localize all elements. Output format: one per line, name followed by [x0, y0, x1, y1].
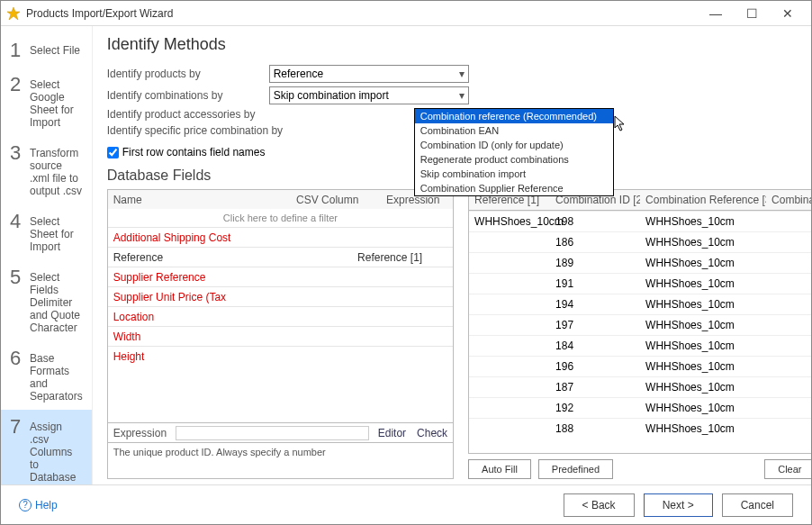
page-title: Identify Methods [107, 35, 811, 54]
field-hint: The unique product ID. Always specify a … [107, 443, 454, 479]
editor-button[interactable]: Editor [373, 427, 411, 439]
wizard-step-7[interactable]: 7Assign .csv Columns to Database Fields [1, 410, 92, 484]
database-fields-panel: Database Fields Name CSV Column Expressi… [107, 167, 454, 479]
first-row-label: First row contains field names [122, 146, 266, 158]
minimize-button[interactable]: — [698, 6, 734, 21]
identify-combinations-combo[interactable]: Skip combination import ▾ [269, 86, 469, 104]
wizard-step-3[interactable]: 3Transform source .xml file to output .c… [1, 136, 92, 204]
identify-combinations-dropdown-list[interactable]: Combination reference (Recommended)Combi… [414, 108, 614, 196]
wizard-step-5[interactable]: 5Select Fields Delimiter and Quote Chara… [1, 260, 92, 341]
db-field-row[interactable]: Supplier Unit Price (Tax [108, 286, 453, 306]
window-title: Products Import/Export Wizard [26, 7, 698, 20]
identify-specific-price-label: Identify specific price combination by [107, 124, 287, 137]
clear-button[interactable]: Clear [764, 459, 811, 479]
predefined-button[interactable]: Predefined [538, 459, 613, 479]
close-button[interactable]: ✕ [770, 6, 806, 21]
csv-data-row[interactable]: 192WHHShoes_10cm [469, 397, 811, 418]
next-button[interactable]: Next > [644, 493, 713, 517]
back-button[interactable]: < Back [564, 493, 635, 517]
check-button[interactable]: Check [411, 427, 453, 439]
cancel-button[interactable]: Cancel [722, 493, 793, 517]
wizard-step-2[interactable]: 2Select Google Sheet for Import [1, 68, 92, 136]
csv-data-row[interactable]: 189WHHShoes_10cm [469, 252, 811, 273]
chevron-down-icon: ▾ [459, 89, 465, 102]
identify-combinations-label: Identify combinations by [107, 89, 269, 102]
app-icon [6, 6, 21, 21]
db-field-row[interactable]: Additional Shipping Cost [108, 227, 453, 247]
help-icon: ? [19, 499, 32, 511]
wizard-step-6[interactable]: 6Base Formats and Separators [1, 341, 92, 410]
csv-data-row[interactable]: 184WHHShoes_10cm [469, 335, 811, 356]
help-link[interactable]: ? Help [19, 499, 58, 511]
db-field-row[interactable]: Height [108, 346, 453, 366]
wizard-steps-sidebar: 1Select File2Select Google Sheet for Imp… [1, 26, 93, 484]
csv-data-row[interactable]: 186WHHShoes_10cm [469, 231, 811, 252]
dropdown-option[interactable]: Combination Supplier Reference [415, 181, 613, 195]
maximize-button[interactable]: ☐ [734, 6, 770, 21]
wizard-step-4[interactable]: 4Select Sheet for Import [1, 204, 92, 260]
svg-marker-0 [7, 7, 20, 20]
dropdown-option[interactable]: Regenerate product combinations [415, 152, 613, 167]
dropdown-option[interactable]: Combination ID (only for update) [415, 138, 613, 152]
csv-data-row[interactable]: 196WHHShoes_10cm [469, 356, 811, 376]
titlebar: Products Import/Export Wizard — ☐ ✕ [1, 1, 811, 26]
db-field-row[interactable]: ReferenceReference [1] [108, 247, 453, 267]
expression-input[interactable] [176, 426, 369, 440]
csv-columns-panel: .csv file columns Reference [1] Combinat… [468, 167, 811, 479]
first-row-checkbox[interactable] [107, 147, 119, 158]
db-field-row[interactable]: Supplier Reference [108, 267, 453, 286]
identify-products-label: Identify products by [107, 68, 269, 80]
wizard-step-1[interactable]: 1Select File [1, 33, 92, 68]
dropdown-option[interactable]: Skip combination import [415, 167, 613, 181]
db-grid-header: Name CSV Column Expression [107, 189, 454, 209]
identify-products-combo[interactable]: Reference ▾ [269, 65, 469, 83]
csv-data-row[interactable]: WHHShoes_10cm198WHHShoes_10cm [469, 211, 811, 231]
chevron-down-icon: ▾ [459, 68, 465, 80]
auto-fill-button[interactable]: Auto Fill [468, 459, 531, 479]
dropdown-option[interactable]: Combination EAN [415, 123, 613, 138]
database-fields-title: Database Fields [107, 167, 454, 184]
db-field-row[interactable]: Location [108, 306, 453, 326]
csv-data-row[interactable]: 191WHHShoes_10cm [469, 273, 811, 294]
db-field-row[interactable]: Width [108, 326, 453, 346]
dropdown-option[interactable]: Combination reference (Recommended) [415, 109, 613, 123]
csv-data-row[interactable]: 188WHHShoes_10cm [469, 418, 811, 439]
csv-data-row[interactable]: 187WHHShoes_10cm [469, 376, 811, 397]
expression-label: Expression [108, 427, 172, 439]
csv-data-row[interactable]: 194WHHShoes_10cm [469, 294, 811, 314]
csv-data-row[interactable]: 197WHHShoes_10cm [469, 314, 811, 335]
identify-accessories-label: Identify product accessories by [107, 108, 269, 121]
db-filter-bar[interactable]: Click here to define a filter [107, 209, 454, 227]
